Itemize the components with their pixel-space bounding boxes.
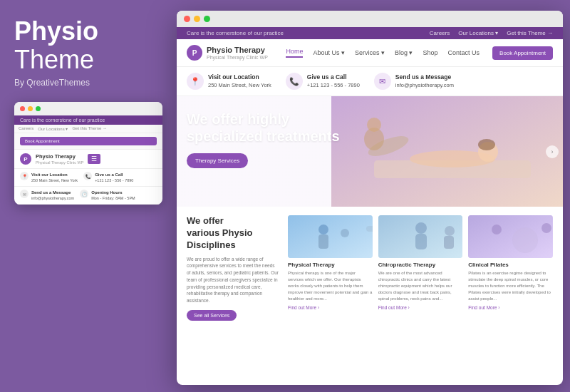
mini-nav-links: Careers Our Locations ▾ Get this Theme → bbox=[19, 126, 107, 131]
section-heading: We offer various Physio Disciplines bbox=[187, 215, 279, 252]
main-nav-links: Home About Us ▾ Services ▾ Blog ▾ Shop C… bbox=[286, 48, 480, 58]
mini-info-location: 📍 Visit our Location 250 Main Street, Ne… bbox=[20, 172, 78, 183]
main-dot-red bbox=[184, 16, 190, 22]
nav-shop[interactable]: Shop bbox=[423, 49, 438, 56]
mini-location-text: Visit our Location 250 Main Street, New … bbox=[31, 172, 78, 183]
see-all-btn[interactable]: See all Services bbox=[187, 310, 237, 321]
mini-hours-icon: 🕐 bbox=[80, 190, 88, 198]
main-dot-yellow bbox=[194, 16, 200, 22]
info-phone: 📞 Give us a Call +121 123 - 556 - 7890 bbox=[286, 73, 360, 90]
card-physical: Physical Therapy Physical therapy is one… bbox=[288, 215, 373, 321]
card-pilates-img bbox=[468, 215, 553, 258]
location-icon: 📍 bbox=[187, 73, 204, 90]
svg-rect-18 bbox=[444, 236, 454, 249]
card-physical-img bbox=[288, 215, 373, 258]
main-dot-green bbox=[204, 16, 210, 22]
info-strip: 📍 Visit our Location 250 Main Street, Ne… bbox=[177, 67, 563, 96]
mini-hours-text: Opening Hours Mon - Friday: 8AM - 5PM bbox=[91, 190, 135, 201]
mini-phone-text: Give us a Call +121 123 - 556 - 7890 bbox=[95, 172, 133, 183]
svg-rect-19 bbox=[468, 215, 553, 258]
mini-appt-section: Book Appointment bbox=[14, 133, 162, 150]
hero-bg bbox=[331, 96, 563, 207]
mini-browser-bar bbox=[14, 102, 162, 115]
svg-rect-10 bbox=[318, 234, 328, 249]
mini-top-bar: Care is the cornerstone of our practice bbox=[14, 115, 162, 125]
info-email: ✉ Send us a Message info@physiotherapy.c… bbox=[374, 73, 454, 90]
card-pilates-link[interactable]: Find out More › bbox=[468, 305, 553, 310]
hero-next-arrow[interactable]: › bbox=[546, 145, 559, 158]
cards-row: Physical Therapy Physical therapy is one… bbox=[288, 215, 553, 321]
section-desc: We are proud to offer a wide range of co… bbox=[187, 256, 279, 304]
nav-home[interactable]: Home bbox=[286, 48, 303, 58]
info-phone-text: Give us a Call +121 123 - 556 - 7890 bbox=[307, 73, 360, 89]
mini-email-icon: ✉ bbox=[20, 190, 28, 198]
mini-nav: Careers Our Locations ▾ Get this Theme → bbox=[14, 125, 162, 133]
main-top-bar-right: Careers Our Locations ▾ Get this Theme → bbox=[430, 30, 553, 36]
svg-point-17 bbox=[445, 226, 455, 236]
mini-hamburger-icon[interactable]: ☰ bbox=[88, 154, 100, 164]
svg-point-21 bbox=[492, 225, 502, 234]
card-chiro-link[interactable]: Find out More › bbox=[378, 305, 463, 310]
nav-contact[interactable]: Contact Us bbox=[448, 49, 480, 56]
card-chiro-desc: We are one of the most advanced chiropra… bbox=[378, 270, 463, 302]
mini-info-hours: 🕐 Opening Hours Mon - Friday: 8AM - 5PM bbox=[80, 190, 135, 201]
email-icon: ✉ bbox=[374, 73, 391, 90]
svg-rect-8 bbox=[288, 215, 373, 258]
nav-blog[interactable]: Blog ▾ bbox=[395, 49, 413, 56]
main-nav: P Physio Therapy Physical Therapy Clinic… bbox=[177, 39, 563, 67]
svg-rect-16 bbox=[415, 234, 427, 249]
main-appt-btn[interactable]: Book Appointment bbox=[492, 46, 553, 60]
card-pilates-desc: Pilates is an exercise regime designed t… bbox=[468, 270, 553, 302]
card-chiro-title: Chiropractic Therapy bbox=[378, 262, 463, 268]
left-panel: Physio Theme By QreativeThemes Care is t… bbox=[0, 0, 177, 392]
main-logo-circle: P bbox=[187, 45, 202, 61]
main-browser: Care is the cornerstone of our practice … bbox=[177, 11, 563, 385]
mini-info-phone: 📞 Give us a Call +121 123 - 556 - 7890 bbox=[83, 172, 133, 183]
mini-email-text: Send us a Message info@physiotherapy.com bbox=[31, 190, 74, 201]
card-chiro-img bbox=[378, 215, 463, 258]
dot-red bbox=[20, 106, 25, 111]
card-pilates-title: Clinical Pilates bbox=[468, 262, 553, 268]
main-browser-bar bbox=[177, 11, 563, 27]
main-top-bar: Care is the cornerstone of our practice … bbox=[177, 27, 563, 39]
hero-content: We offer highly specialized treatments T… bbox=[187, 110, 340, 168]
info-location: 📍 Visit our Location 250 Main Street, Ne… bbox=[187, 73, 271, 90]
main-nav-logo: P Physio Therapy Physical Therapy Clinic… bbox=[187, 45, 268, 61]
card-physical-title: Physical Therapy bbox=[288, 262, 373, 268]
card-pilates: Clinical Pilates Pilates is an exercise … bbox=[468, 215, 553, 321]
mini-info-row-2: ✉ Send us a Message info@physiotherapy.c… bbox=[14, 187, 162, 205]
svg-point-20 bbox=[512, 227, 538, 253]
mini-phone-icon: 📞 bbox=[83, 172, 92, 180]
card-physical-link[interactable]: Find out More › bbox=[288, 305, 373, 310]
info-location-text: Visit our Location 250 Main Street, New … bbox=[208, 73, 271, 89]
phone-icon: 📞 bbox=[286, 73, 303, 90]
mini-header: P Physio Therapy Physical Therapy Clinic… bbox=[14, 150, 162, 169]
info-email-text: Send us a Message info@physiotherapy.com bbox=[395, 73, 454, 89]
dot-yellow bbox=[28, 106, 33, 111]
svg-rect-12 bbox=[366, 226, 373, 232]
main-brand-text: Physio Therapy Physical Therapy Clinic W… bbox=[207, 46, 268, 60]
hero-section: We offer highly specialized treatments T… bbox=[177, 96, 563, 207]
mini-location-icon: 📍 bbox=[20, 172, 28, 180]
mini-info-email: ✉ Send us a Message info@physiotherapy.c… bbox=[20, 190, 74, 201]
card-physical-desc: Physical therapy is one of the major ser… bbox=[288, 270, 373, 302]
brand-title: Physio Theme By QreativeThemes bbox=[14, 17, 162, 88]
svg-point-7 bbox=[367, 118, 381, 132]
svg-point-11 bbox=[341, 229, 349, 237]
hero-title: We offer highly specialized treatments bbox=[187, 110, 340, 145]
svg-point-4 bbox=[478, 139, 495, 150]
svg-point-9 bbox=[318, 225, 328, 234]
svg-point-15 bbox=[415, 222, 427, 234]
mini-appt-btn[interactable]: Book Appointment bbox=[20, 137, 157, 145]
svg-point-22 bbox=[542, 223, 551, 233]
mini-browser-mockup: Care is the cornerstone of our practice … bbox=[14, 102, 162, 205]
card-chiro: Chiropractic Therapy We are one of the m… bbox=[378, 215, 463, 321]
nav-about[interactable]: About Us ▾ bbox=[313, 49, 345, 56]
dot-green bbox=[36, 106, 41, 111]
content-intro: We offer various Physio Disciplines We a… bbox=[187, 215, 279, 321]
hero-btn[interactable]: Therapy Services bbox=[187, 153, 248, 168]
mini-logo-circle: P bbox=[20, 153, 31, 165]
content-section: We offer various Physio Disciplines We a… bbox=[177, 207, 563, 329]
nav-services[interactable]: Services ▾ bbox=[355, 49, 385, 56]
mini-brand: Physio Therapy Physical Therapy Clinic W… bbox=[36, 153, 83, 165]
